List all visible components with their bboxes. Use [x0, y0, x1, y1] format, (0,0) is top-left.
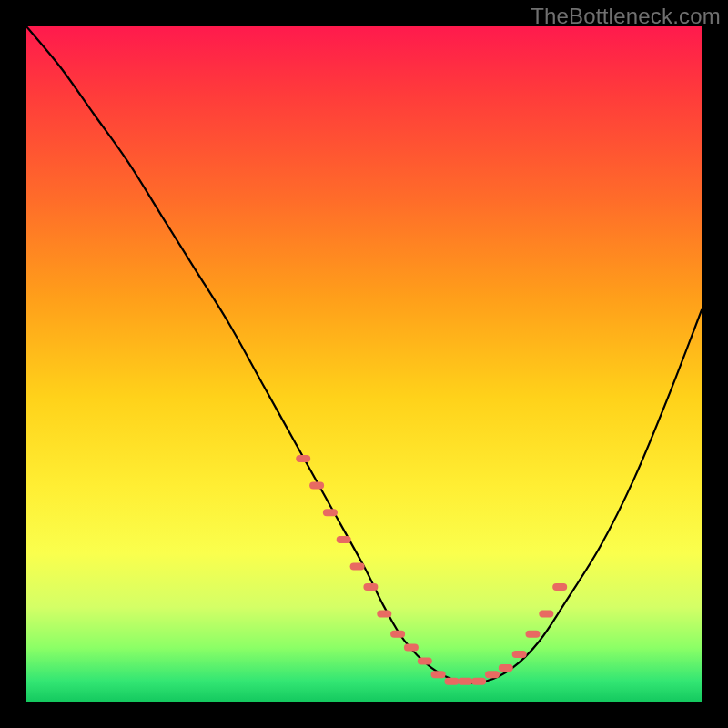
- highlight-dot: [552, 583, 567, 591]
- highlight-dot: [458, 678, 472, 685]
- highlight-dot: [418, 658, 432, 665]
- curve-line: [26, 26, 702, 683]
- highlight-dot: [445, 678, 460, 685]
- highlight-dot: [431, 671, 446, 678]
- chart-plot-area: [26, 26, 702, 702]
- highlight-dot: [363, 583, 378, 591]
- highlight-dot: [377, 611, 391, 618]
- highlight-dot: [485, 671, 500, 678]
- highlight-dot: [296, 455, 310, 462]
- highlight-dot: [337, 536, 351, 543]
- watermark-text: TheBottleneck.com: [531, 4, 721, 29]
- highlight-dot: [499, 664, 513, 672]
- highlight-dot: [539, 611, 553, 618]
- highlight-dot: [350, 563, 365, 571]
- highlight-markers: [296, 455, 567, 685]
- highlight-dot: [526, 631, 541, 638]
- highlight-dot: [404, 644, 419, 652]
- highlight-dot: [323, 509, 338, 516]
- highlight-dot: [471, 678, 486, 685]
- highlight-dot: [309, 482, 324, 490]
- highlight-dot: [390, 631, 405, 638]
- chart-svg: [26, 26, 702, 702]
- highlight-dot: [512, 651, 527, 658]
